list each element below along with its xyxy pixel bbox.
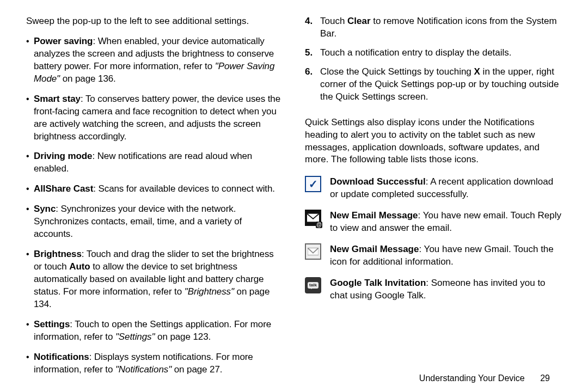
new-email-icon: @	[305, 210, 321, 226]
bullet-smart-stay: Smart stay: To conserves battery power, …	[26, 93, 283, 143]
step-5: Touch a notification entry to display th…	[305, 47, 562, 59]
page-footer: Understanding Your Device 29	[419, 372, 550, 384]
bullet-brightness: Brightness: Touch and drag the slider to…	[26, 248, 283, 311]
icon-row-gmail: New Gmail Message: You have new Gmail. T…	[305, 243, 562, 268]
quick-settings-para: Quick Settings also display icons under …	[305, 117, 562, 167]
google-talk-icon: talk	[305, 277, 321, 293]
bullet-sync: Sync: Synchronizes your device with the …	[26, 203, 283, 241]
footer-section: Understanding Your Device	[419, 373, 525, 383]
download-success-icon: ✓	[305, 176, 321, 192]
bullet-settings: Settings: Touch to open the Settings app…	[26, 318, 283, 344]
bullet-power-saving: Power saving: When enabled, your device …	[26, 35, 283, 85]
icon-row-download: ✓ Download Successful: A recent applicat…	[305, 176, 562, 201]
right-column: Touch Clear to remove Notification icons…	[305, 15, 562, 383]
step-6: Close the Quick Settings by touching X i…	[305, 66, 562, 103]
step-4: Touch Clear to remove Notification icons…	[305, 15, 562, 40]
settings-bullet-list: Power saving: When enabled, your device …	[26, 35, 283, 384]
new-gmail-icon	[305, 243, 321, 260]
at-badge-icon: @	[316, 222, 322, 228]
bullet-notifications: Notifications: Displays system notificat…	[26, 351, 283, 376]
left-column: Sweep the pop-up to the left to see addi…	[26, 15, 283, 383]
icon-table: ✓ Download Successful: A recent applicat…	[305, 176, 562, 311]
page-body: Sweep the pop-up to the left to see addi…	[0, 0, 588, 392]
footer-page-number: 29	[540, 373, 550, 383]
bullet-allshare-cast: AllShare Cast: Scans for available devic…	[26, 183, 283, 195]
bullet-driving-mode: Driving mode: New notifications are read…	[26, 150, 283, 175]
icon-row-email: @ New Email Message: You have new email.…	[305, 210, 562, 235]
numbered-steps: Touch Clear to remove Notification icons…	[305, 15, 562, 110]
icon-row-talk: talk Google Talk Invitation: Someone has…	[305, 277, 562, 302]
sweep-intro: Sweep the pop-up to the left to see addi…	[26, 15, 283, 28]
